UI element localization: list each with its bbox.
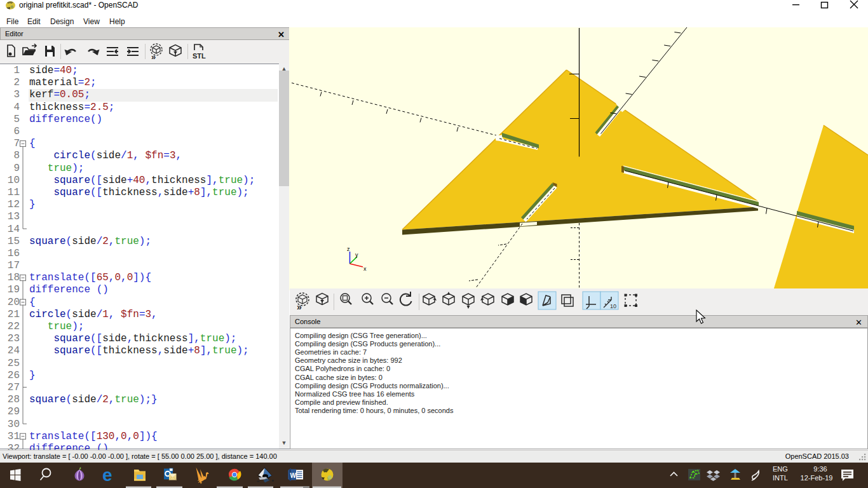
svg-text:W: W <box>290 472 297 479</box>
svg-text:STL: STL <box>193 52 206 60</box>
svg-text:x: x <box>363 266 367 272</box>
svg-text:»: » <box>297 302 302 312</box>
svg-text:e: e <box>102 465 112 485</box>
svg-text:y: y <box>355 252 358 258</box>
svg-text:»: » <box>151 52 156 62</box>
svg-text:10: 10 <box>610 303 616 309</box>
svg-text:z: z <box>347 246 350 252</box>
